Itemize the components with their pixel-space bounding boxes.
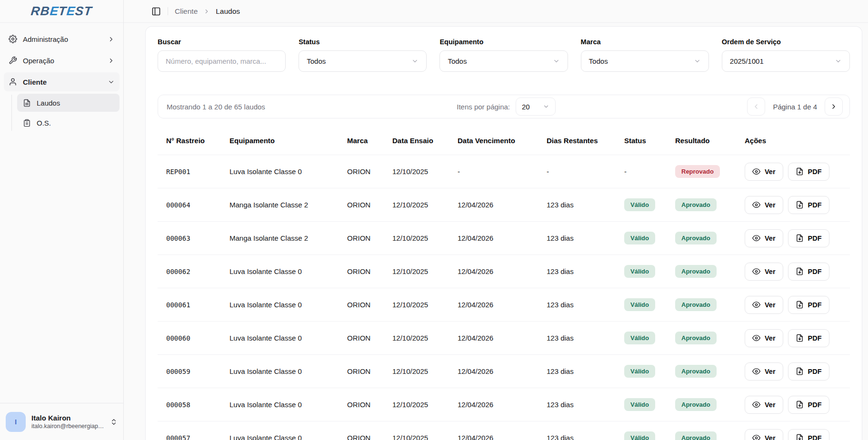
pdf-button[interactable]: PDF (788, 163, 829, 181)
brand-select-value: Todos (589, 57, 608, 65)
cell-days-left: 123 dias (538, 334, 616, 342)
cell-due-date: 12/04/2026 (449, 334, 538, 342)
search-input[interactable] (158, 50, 286, 72)
cell-due-date: 12/04/2026 (449, 367, 538, 375)
result-badge: Aprovado (675, 198, 717, 211)
pdf-button[interactable]: PDF (788, 229, 829, 247)
cell-brand: ORION (339, 267, 384, 275)
view-button[interactable]: Ver (745, 396, 783, 414)
cell-brand: ORION (339, 334, 384, 342)
sidebar: RBE TEST Administração Operação (0, 0, 124, 440)
cell-equipment: Luva Isolante Classe 0 (221, 167, 339, 176)
pdf-button[interactable]: PDF (788, 196, 829, 214)
user-icon (9, 78, 17, 86)
cell-brand: ORION (339, 167, 384, 176)
pdf-button[interactable]: PDF (788, 362, 829, 381)
pdf-button[interactable]: PDF (788, 396, 829, 414)
cell-status: Válido (616, 232, 667, 244)
eye-icon (752, 434, 760, 440)
view-button[interactable]: Ver (745, 362, 783, 381)
file-download-icon (796, 201, 804, 209)
breadcrumb-parent[interactable]: Cliente (175, 7, 198, 16)
user-email: italo.kairon@rbeenergiapa.c... (31, 422, 104, 430)
cell-tracking: 000059 (158, 368, 221, 375)
cell-actions: Ver PDF (736, 196, 850, 214)
brand-label: Marca (581, 38, 709, 46)
view-button[interactable]: Ver (745, 329, 783, 347)
view-button[interactable]: Ver (745, 263, 783, 281)
cell-test-date: 12/10/2025 (384, 167, 449, 176)
status-badge: Válido (624, 398, 655, 411)
view-button[interactable]: Ver (745, 229, 783, 247)
column-header: Ações (736, 137, 850, 145)
cell-due-date: 12/04/2026 (449, 401, 538, 409)
view-button[interactable]: Ver (745, 296, 783, 314)
table-body: REP001 Luva Isolante Classe 0 ORION 12/1… (158, 155, 850, 440)
cell-tracking: 000063 (158, 235, 221, 242)
file-download-icon (796, 167, 804, 176)
status-badge: Válido (624, 198, 655, 211)
per-page-control: Itens por página: 20 (457, 98, 556, 116)
cell-days-left: 123 dias (538, 234, 616, 242)
file-download-icon (796, 334, 804, 342)
sidebar-item-label: Operação (23, 57, 54, 65)
page-label: Página 1 de 4 (773, 103, 817, 111)
sidebar-item-laudos[interactable]: Laudos (17, 94, 120, 112)
cell-brand: ORION (339, 234, 384, 242)
status-badge: Válido (624, 365, 655, 378)
equipment-select-value: Todos (448, 57, 467, 65)
brand-select[interactable]: Todos (581, 50, 709, 72)
cell-tracking: 000060 (158, 334, 221, 342)
user-menu[interactable]: I Italo Kairon italo.kairon@rbeenergiapa… (0, 403, 123, 440)
cell-result: Aprovado (667, 265, 736, 278)
view-button[interactable]: Ver (745, 429, 783, 440)
service-order-select[interactable]: 2025/1001 (722, 50, 850, 72)
eye-icon (752, 167, 760, 176)
sidebar-item-os[interactable]: O.S. (17, 114, 120, 132)
equipment-group: Equipamento Todos (439, 38, 568, 72)
next-page-button[interactable] (825, 98, 843, 116)
chevron-down-icon (543, 103, 549, 110)
status-badge: Válido (624, 298, 655, 311)
cell-actions: Ver PDF (736, 263, 850, 281)
column-header: Resultado (667, 137, 736, 145)
cell-actions: Ver PDF (736, 296, 850, 314)
topbar: Cliente Laudos (124, 0, 868, 23)
sidebar-item-cliente[interactable]: Cliente (4, 72, 120, 91)
chevron-right-icon (108, 36, 115, 43)
pdf-button[interactable]: PDF (788, 329, 829, 347)
equipment-select[interactable]: Todos (439, 50, 568, 72)
sidebar-item-label: Laudos (37, 99, 60, 107)
pdf-button[interactable]: PDF (788, 296, 829, 314)
service-order-select-value: 2025/1001 (730, 57, 764, 65)
status-select[interactable]: Todos (299, 50, 427, 72)
sidebar-item-operacao[interactable]: Operação (4, 51, 120, 70)
cell-brand: ORION (339, 301, 384, 309)
cell-actions: Ver PDF (736, 229, 850, 247)
results-bar: Mostrando 1 a 20 de 65 laudos Itens por … (158, 95, 850, 118)
sidebar-item-label: Administração (23, 35, 68, 43)
prev-page-button[interactable] (747, 98, 765, 116)
status-select-value: Todos (307, 57, 326, 65)
view-button[interactable]: Ver (745, 163, 783, 181)
file-download-icon (796, 434, 804, 440)
column-header: N° Rastreio (158, 137, 221, 145)
table-row: 000063 Manga Isolante Classe 2 ORION 12/… (158, 221, 850, 254)
view-button[interactable]: Ver (745, 196, 783, 214)
column-header: Equipamento (221, 137, 339, 145)
sidebar-item-administracao[interactable]: Administração (4, 29, 120, 49)
table-row: 000064 Manga Isolante Classe 2 ORION 12/… (158, 188, 850, 221)
cell-test-date: 12/10/2025 (384, 201, 449, 209)
sidebar-toggle-icon[interactable] (151, 7, 161, 16)
eye-icon (752, 334, 760, 342)
cell-due-date: 12/04/2026 (449, 234, 538, 242)
cell-actions: Ver PDF (736, 329, 850, 347)
per-page-select[interactable]: 20 (516, 98, 556, 116)
app-logo: RBE TEST (0, 0, 123, 23)
pdf-button[interactable]: PDF (788, 429, 829, 440)
per-page-label: Itens por página: (457, 103, 510, 111)
equipment-label: Equipamento (439, 38, 568, 46)
result-badge: Aprovado (675, 298, 717, 311)
cell-test-date: 12/10/2025 (384, 367, 449, 375)
pdf-button[interactable]: PDF (788, 263, 829, 281)
